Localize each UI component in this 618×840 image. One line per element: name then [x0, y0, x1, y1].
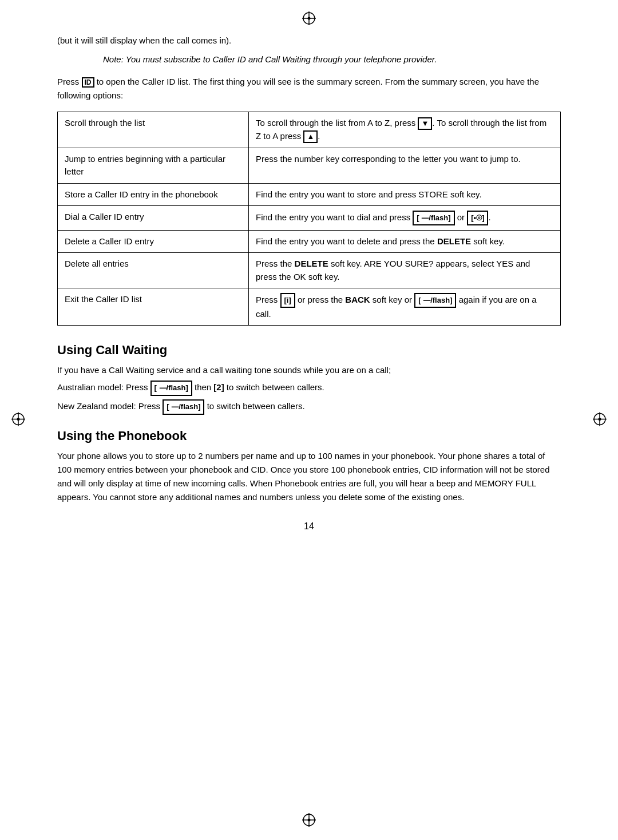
table-cell-description: Press the DELETE soft key. ARE YOU SURE?… [249, 253, 561, 288]
crosshair-bottom-icon [301, 812, 317, 830]
table-row: Delete a Caller ID entry Find the entry … [58, 230, 561, 253]
table-cell-description: Find the entry you want to store and pre… [249, 183, 561, 206]
svg-point-7 [308, 819, 311, 822]
svg-point-3 [308, 17, 311, 20]
nz-flash-button: [ ⸻/flash] [163, 399, 204, 415]
au-then-text: then [192, 383, 214, 393]
phonebook-heading: Using the Phonebook [57, 429, 561, 443]
table-row: Delete all entries Press the DELETE soft… [58, 253, 561, 288]
intro-line1: (but it will still display when the call… [57, 34, 561, 47]
page-number: 14 [57, 521, 561, 532]
au-num2: [2] [213, 383, 224, 393]
table-cell-action: Dial a Caller ID entry [58, 206, 249, 231]
phonebook-text: Your phone allows you to store up to 2 n… [57, 449, 561, 504]
delete-all-label: DELETE [295, 259, 328, 268]
note-text: Note: You must subscribe to Caller ID an… [103, 54, 437, 64]
au-flash-button: [ ⸻/flash] [150, 381, 192, 396]
table-cell-description: Find the entry you want to delete and pr… [249, 230, 561, 253]
crosshair-top-icon [301, 10, 317, 28]
call-waiting-line3: New Zealand model: Press [ ⸻/flash] to s… [57, 399, 561, 415]
delete-label: DELETE [437, 236, 471, 246]
crosshair-left-icon [10, 411, 26, 429]
table-row: Scroll through the list To scroll throug… [58, 112, 561, 148]
crosshair-right-icon [592, 411, 608, 429]
table-cell-action: Delete all entries [58, 253, 249, 288]
au-suffix: to switch between callers. [224, 383, 324, 393]
table-cell-description: To scroll through the list from A to Z, … [249, 112, 561, 148]
table-row: Dial a Caller ID entry Find the entry yo… [58, 206, 561, 231]
options-table: Scroll through the list To scroll throug… [57, 112, 561, 326]
press-prefix: Press [57, 77, 82, 86]
exit-button: [i] [280, 293, 295, 308]
call-waiting-heading: Using Call Waiting [57, 343, 561, 358]
flash-button-exit: [ ⸻/flash] [414, 293, 456, 308]
call-waiting-line1: If you have a Call Waiting service and a… [57, 363, 561, 377]
flash-button-dial: [ ⸻/flash] [413, 211, 454, 225]
down-arrow-button: ▼ [418, 117, 432, 130]
svg-point-15 [599, 418, 601, 421]
au-model-prefix: Australian model: Press [57, 383, 150, 393]
id-button: ID [82, 77, 94, 88]
press-text: Press ID to open the Caller ID list. The… [57, 75, 561, 102]
speaker-button-dial: [•⦾] [467, 211, 488, 225]
up-arrow-button: ▲ [303, 130, 318, 143]
table-row: Jump to entries beginning with a particu… [58, 148, 561, 183]
svg-point-11 [17, 418, 20, 421]
call-waiting-line2: Australian model: Press [ ⸻/flash] then … [57, 381, 561, 396]
table-cell-action: Jump to entries beginning with a particu… [58, 148, 249, 183]
press-suffix: to open the Caller ID list. The first th… [57, 77, 539, 100]
table-cell-description: Press [i] or press the BACK soft key or … [249, 288, 561, 326]
table-row: Exit the Caller ID list Press [i] or pre… [58, 288, 561, 326]
table-cell-action: Delete a Caller ID entry [58, 230, 249, 253]
table-cell-action: Exit the Caller ID list [58, 288, 249, 326]
table-row: Store a Caller ID entry in the phonebook… [58, 183, 561, 206]
table-cell-description: Find the entry you want to dial and pres… [249, 206, 561, 231]
nz-model-prefix: New Zealand model: Press [57, 401, 163, 411]
table-cell-description: Press the number key corresponding to th… [249, 148, 561, 183]
nz-suffix: to switch between callers. [204, 401, 304, 411]
intro-note: Note: You must subscribe to Caller ID an… [103, 53, 561, 66]
page-container: (but it will still display when the call… [0, 0, 618, 840]
table-cell-action: Scroll through the list [58, 112, 249, 148]
back-label: BACK [345, 295, 370, 304]
table-cell-action: Store a Caller ID entry in the phonebook [58, 183, 249, 206]
